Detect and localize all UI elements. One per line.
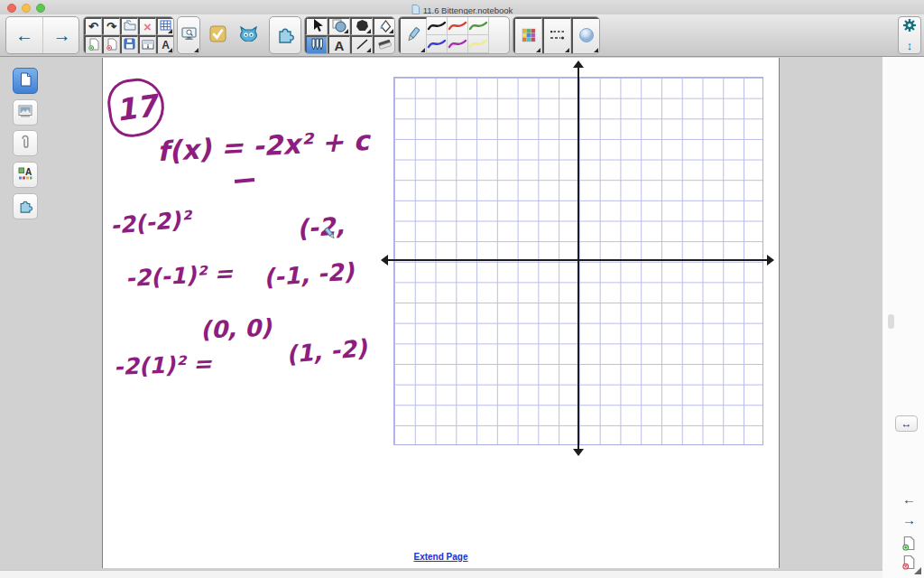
- undo-icon: ↶: [88, 20, 98, 33]
- resize-corner-handle[interactable]: [914, 567, 921, 574]
- pen-color-swatch[interactable]: [448, 35, 468, 53]
- sidebar-addons-button[interactable]: [13, 193, 38, 219]
- sidebar-properties-button[interactable]: A: [13, 162, 38, 188]
- y-axis-arrow-down: [573, 449, 584, 456]
- color-palette-icon: [522, 28, 536, 45]
- pen-color-swatch[interactable]: [427, 53, 448, 54]
- window-title: 11.6 Bittenger.notebook: [423, 5, 513, 15]
- line-tool-button[interactable]: [350, 35, 373, 53]
- scrollbar-thumb[interactable]: [888, 314, 894, 329]
- forward-arrow-icon: →: [53, 25, 71, 46]
- horizontal-collapse-icon: ↔: [901, 417, 912, 430]
- handwriting-function: f(x) = -2x² + c: [156, 125, 370, 167]
- vertical-resize-icon: ↕: [907, 39, 913, 52]
- undo-button[interactable]: ↶: [84, 17, 102, 35]
- select-tool-button[interactable]: [305, 17, 328, 35]
- shapes-circle-icon: [332, 19, 346, 35]
- sidebar-page-sorter-button[interactable]: [13, 68, 38, 94]
- x-axis-arrow-right: [767, 255, 774, 266]
- handwriting-eval-neg2: -2(-2)²: [109, 206, 192, 239]
- sidebar-gallery-button[interactable]: [13, 99, 38, 126]
- line-style-button[interactable]: [542, 17, 571, 53]
- x-axis: [388, 259, 768, 261]
- puzzle-piece-icon: [275, 24, 295, 46]
- toolbar-settings-button[interactable]: [899, 17, 920, 36]
- line-style-icon: [550, 29, 566, 44]
- open-file-button[interactable]: [120, 17, 138, 35]
- save-floppy-icon: [124, 38, 135, 52]
- text-style-button[interactable]: A: [156, 35, 174, 53]
- eraser-icon: [377, 38, 393, 53]
- paperclip-icon: [20, 135, 31, 153]
- y-axis: [578, 67, 579, 450]
- y-axis-arrow-up: [573, 61, 584, 68]
- extend-page-link[interactable]: Extend Page: [413, 552, 467, 562]
- handwriting-point-zero: (0, 0): [200, 314, 273, 344]
- sidebar-previous-page-button[interactable]: ←: [902, 491, 916, 507]
- pen-color-swatch[interactable]: [448, 53, 468, 54]
- pen-color-swatch[interactable]: [448, 17, 468, 35]
- redo-button[interactable]: ↷: [102, 17, 120, 35]
- bottom-strip: [0, 570, 882, 578]
- screen-shade-button[interactable]: [138, 35, 156, 53]
- page-sorter-icon: [20, 72, 32, 89]
- problem-number: 17: [114, 87, 160, 127]
- smart-response-button[interactable]: [206, 22, 229, 49]
- polygon-icon: [356, 19, 369, 34]
- handwriting-eval-neg1: -2(-1)² =: [125, 260, 233, 292]
- delete-page-button[interactable]: [102, 35, 120, 53]
- screen-capture-button[interactable]: [177, 16, 200, 54]
- sidebar-delete-page-button[interactable]: [902, 555, 915, 573]
- table-icon: [160, 20, 171, 33]
- redo-icon: ↷: [106, 20, 116, 33]
- handwriting-eval-pos1: -2(1)² =: [114, 350, 213, 380]
- pen-color-swatch[interactable]: [427, 17, 448, 35]
- title-bar: 11.6 Bittenger.notebook: [0, 0, 924, 14]
- addons-puzzle-icon: [17, 198, 33, 216]
- problem-number-circle: 17: [105, 75, 168, 140]
- polygon-tool-button[interactable]: [350, 17, 373, 35]
- next-page-button[interactable]: →: [43, 17, 79, 53]
- save-button[interactable]: [120, 35, 138, 53]
- shapes-tool-button[interactable]: [328, 17, 350, 35]
- text-tool-button[interactable]: A: [328, 35, 350, 53]
- pen-color-swatch[interactable]: [468, 35, 489, 53]
- transparency-button[interactable]: [571, 17, 600, 53]
- pens-icon: [310, 37, 324, 54]
- pen-color-swatch[interactable]: [468, 17, 489, 35]
- main-toolbar: ← → ↶ ↷ ×: [0, 14, 924, 57]
- sidebar-add-page-button[interactable]: [902, 536, 915, 555]
- fill-tool-button[interactable]: [373, 17, 395, 35]
- lesson-activity-mascot-button[interactable]: [235, 22, 262, 49]
- new-page-button[interactable]: [84, 35, 102, 53]
- table-button[interactable]: [156, 17, 174, 35]
- color-palette-button[interactable]: [513, 17, 542, 53]
- handwriting-point-pos1: (1, -2): [285, 334, 368, 368]
- properties-icon: A: [18, 166, 32, 183]
- eraser-tool-button[interactable]: [373, 35, 395, 53]
- pencil-tool-button[interactable]: [399, 17, 427, 53]
- delete-x-icon: ×: [143, 19, 152, 34]
- pen-color-swatch[interactable]: [427, 35, 448, 53]
- sidebar-attachments-button[interactable]: [13, 130, 38, 156]
- delete-button[interactable]: ×: [138, 17, 156, 35]
- gear-icon: [902, 18, 917, 35]
- pens-tool-button[interactable]: [305, 35, 328, 53]
- sidebar-next-page-button[interactable]: →: [902, 512, 916, 527]
- toolbar-move-button[interactable]: ↕: [899, 36, 920, 55]
- notebook-page[interactable]: 17 f(x) = -2x² + c -2(-2)² (-2, -2(-1)² …: [102, 58, 780, 568]
- svg-text:A: A: [25, 167, 32, 177]
- handwriting-underline: [235, 178, 254, 182]
- gallery-picture-icon: [18, 105, 32, 120]
- paint-bucket-icon: [377, 19, 392, 35]
- select-cursor-icon: [310, 18, 323, 35]
- mascot-icon: [239, 26, 258, 44]
- text-a-icon: A: [162, 39, 170, 51]
- new-page-icon: [88, 38, 99, 53]
- sidebar-collapse-button[interactable]: ↔: [895, 415, 918, 432]
- addons-toolbar-button[interactable]: [269, 16, 301, 54]
- open-folder-icon: [124, 20, 136, 33]
- previous-page-button[interactable]: ←: [6, 17, 43, 53]
- toolbar-settings-group: ↕: [898, 16, 921, 54]
- x-axis-arrow-left: [381, 255, 388, 266]
